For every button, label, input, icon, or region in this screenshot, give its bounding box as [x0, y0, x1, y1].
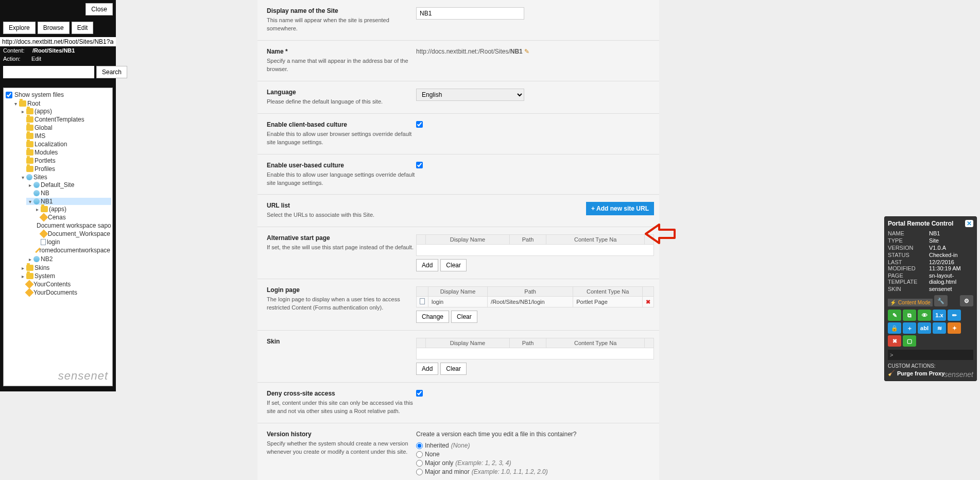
version-help: Specify whether the system should create… — [267, 440, 416, 456]
tree-node[interactable]: ▸NB2 — [26, 255, 111, 263]
language-select[interactable]: English — [416, 89, 524, 101]
user-culture-label: Enable user-based culture — [267, 162, 416, 169]
action-label: Action: — [3, 56, 21, 62]
command-input[interactable]: > — [888, 350, 973, 360]
table-row: login /Root/Sites/NB1/login Portlet Page… — [417, 297, 654, 307]
version-inherited-radio[interactable] — [416, 442, 423, 449]
folder-icon — [26, 133, 33, 139]
page-icon — [41, 239, 46, 245]
view-icon[interactable]: 👁 — [918, 310, 931, 321]
tree-nb1[interactable]: ▾NB1 — [26, 198, 111, 205]
add-site-url-button[interactable]: + Add new site URL — [586, 202, 654, 215]
explore-tab[interactable]: Explore — [3, 22, 36, 34]
user-culture-help: Enable this to allow user language setti… — [267, 171, 416, 187]
content-label: Content: — [3, 47, 25, 54]
url-input[interactable] — [0, 37, 116, 46]
deny-help: If set, content under this site can only… — [267, 399, 416, 416]
tree-node[interactable]: Cenas — [33, 214, 111, 221]
show-system-checkbox[interactable] — [6, 92, 12, 98]
tree-node[interactable]: Document_Workspace — [33, 230, 111, 237]
edit-tab[interactable]: Edit — [72, 22, 94, 34]
skin-table: Display NamePathContent Type Na — [416, 338, 654, 359]
login-page-table: Display NamePathContent Type Na login /R… — [416, 286, 654, 307]
close-icon[interactable]: ✕ — [965, 220, 973, 227]
version-icon[interactable]: 1.x — [933, 310, 946, 321]
wrench-icon[interactable]: 🔧 — [934, 295, 948, 306]
workspace-icon — [39, 230, 48, 238]
edit-icon[interactable]: ✎ — [888, 310, 901, 321]
skin-clear-button[interactable]: Clear — [440, 363, 467, 375]
tree-node[interactable]: login — [33, 238, 111, 246]
language-label: Language — [267, 89, 416, 96]
tree-node[interactable]: Profiles — [19, 165, 111, 173]
copy-icon[interactable]: ⧉ — [903, 310, 916, 321]
browse-tab[interactable]: Browse — [38, 22, 70, 34]
url-list-help: Select the URLs to associate with this S… — [267, 211, 416, 219]
login-change-button[interactable]: Change — [416, 311, 449, 323]
page-icon — [420, 298, 425, 304]
tree-root[interactable]: ▾Root — [12, 100, 111, 107]
tree-node[interactable]: ▸Default_Site — [26, 181, 111, 188]
tree-node[interactable]: Localization — [19, 141, 111, 148]
rename-icon[interactable]: abI — [918, 322, 931, 334]
portal-remote-control: Portal Remote Control✕ NAMENB1 TYPESite … — [884, 216, 977, 381]
close-button[interactable]: Close — [85, 3, 113, 15]
globe-icon — [33, 182, 40, 188]
plus-icon[interactable]: ＋ — [903, 322, 916, 334]
tree-node[interactable]: YourDocuments — [19, 289, 111, 296]
globe-icon — [33, 190, 40, 196]
version-majorminor-radio[interactable] — [416, 469, 423, 475]
folder-icon — [26, 166, 33, 172]
tree-node[interactable]: ▸Skins — [19, 264, 111, 271]
tree-node[interactable]: ContentTemplates — [19, 116, 111, 123]
tree-sites[interactable]: ▾Sites — [19, 174, 111, 181]
site-edit-form: Display name of the SiteThis name will a… — [257, 0, 659, 480]
folder-icon — [26, 273, 33, 279]
tree-pane: Show system files ▾Root ▸(apps) ContentT… — [3, 88, 113, 386]
content-mode-button[interactable]: ⚡ Content Mode — [888, 299, 933, 306]
tree-node[interactable]: IMS — [19, 132, 111, 140]
workspace-icon — [25, 280, 34, 289]
folder-icon — [26, 149, 33, 156]
login-clear-button[interactable]: Clear — [451, 311, 477, 323]
tree-node[interactable]: romedocumentworkspace — [33, 247, 111, 254]
version-prompt: Create a version each time you edit a fi… — [416, 431, 654, 438]
stream-icon[interactable]: ≋ — [933, 322, 946, 334]
folder-icon — [26, 158, 33, 164]
deny-checkbox[interactable] — [416, 390, 423, 397]
skin-add-button[interactable]: Add — [416, 363, 438, 375]
tree-node[interactable]: ▸(apps) — [19, 108, 111, 115]
remove-icon[interactable]: ✖ — [646, 299, 650, 305]
explorer-sidebar: Close Explore Browse Edit Content: /Root… — [0, 0, 116, 391]
tree-node[interactable]: ▸(apps) — [33, 205, 111, 213]
lock-icon[interactable]: 🔒 — [888, 322, 901, 334]
display-name-help: This name will appear when the site is p… — [267, 16, 416, 33]
skin-label: Skin — [267, 338, 416, 345]
pen-icon[interactable]: ✏ — [948, 310, 961, 321]
tree-node[interactable]: Portlets — [19, 157, 111, 164]
search-button[interactable]: Search — [96, 66, 127, 78]
tree-node[interactable]: ▸System — [19, 272, 111, 280]
show-system-label: Show system files — [14, 91, 64, 98]
url-list-label: URL list — [267, 202, 416, 209]
fire-icon[interactable]: ✦ — [948, 322, 961, 334]
config-icon[interactable]: ⚙ — [960, 295, 973, 306]
sensenet-logo: sensenet — [58, 369, 108, 383]
tree-node[interactable]: Document workspace sapo — [33, 222, 111, 229]
search-input[interactable] — [3, 66, 94, 78]
display-name-input[interactable] — [416, 7, 524, 20]
client-culture-checkbox[interactable] — [416, 121, 423, 128]
tree-node[interactable]: NB — [26, 190, 111, 197]
tree-node[interactable]: YourContents — [19, 281, 111, 288]
alt-start-add-button[interactable]: Add — [416, 259, 438, 271]
pencil-icon[interactable]: ✎ — [524, 48, 529, 55]
delete-icon[interactable]: ✖ — [888, 335, 901, 347]
user-culture-checkbox[interactable] — [416, 162, 423, 168]
alt-start-clear-button[interactable]: Clear — [440, 259, 467, 271]
version-none-radio[interactable] — [416, 451, 423, 458]
tree-node[interactable]: Modules — [19, 149, 111, 156]
folder-icon — [26, 265, 33, 271]
tree-node[interactable]: Global — [19, 124, 111, 131]
version-major-radio[interactable] — [416, 460, 423, 467]
package-icon[interactable]: ▢ — [903, 335, 916, 347]
